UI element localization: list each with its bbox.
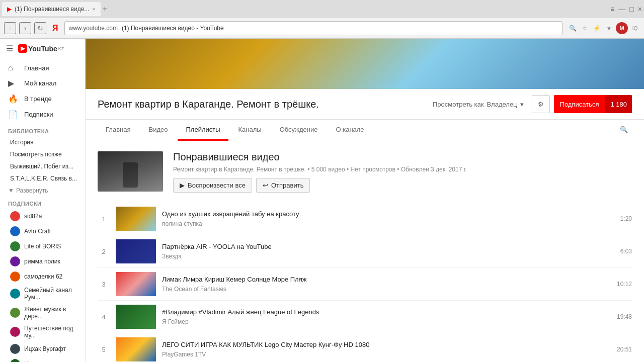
- sidebar-item-trending[interactable]: 🔥 В тренде: [0, 91, 85, 107]
- channel-info: Ремонт квартир в Караганде. Ремонт в трё…: [86, 89, 644, 120]
- hamburger-menu[interactable]: ☰: [6, 44, 13, 53]
- sub-label-sid82a: sid82a: [24, 213, 42, 220]
- sidebar-sub-nivovodets[interactable]: Нивоводец: [0, 356, 85, 362]
- channel-settings-button[interactable]: ⚙: [532, 95, 550, 113]
- view-as-label: Просмотреть как: [433, 101, 484, 108]
- video-item-1[interactable]: 1 Одно из худших извращений табу на крас…: [98, 203, 632, 235]
- sidebar-nav: ⌂ Главная ▶ Мой канал 🔥 В тренде 📄 Подпи…: [0, 58, 85, 124]
- tab-about[interactable]: О канале: [328, 120, 372, 141]
- sidebar-label-my-channel: Мой канал: [24, 79, 56, 87]
- video-number: 4: [98, 313, 110, 321]
- video-item-3[interactable]: 3 Лимак Лимра Кириш Кемер Солнце Море Пл…: [98, 268, 632, 301]
- sidebar-sub-sid82a[interactable]: sid82a: [0, 209, 85, 224]
- active-tab[interactable]: ▶ (1) Понравившиеся виде... ×: [2, 2, 101, 16]
- sidebar-item-subscriptions[interactable]: 📄 Подписки: [0, 107, 85, 122]
- video-item-4[interactable]: 4 #Владимир #Vladimir Алый жнец League o…: [98, 301, 632, 333]
- sidebar-label-subscriptions: Подписки: [24, 111, 53, 118]
- tab-video[interactable]: Видео: [140, 120, 176, 141]
- tab-home[interactable]: Главная: [98, 120, 138, 141]
- sidebar-sub-putesh[interactable]: Путешествие под му...: [0, 322, 85, 341]
- new-tab-button[interactable]: +: [103, 5, 107, 14]
- tab-bar: ▶ (1) Понравившиеся виде... × + ≡ — □ ×: [0, 0, 644, 18]
- youtube-logo[interactable]: ▶ YouTube KZ: [18, 44, 64, 53]
- video-list: 1 Одно из худших извращений табу на крас…: [98, 203, 632, 362]
- sidebar-label-home: Главная: [24, 64, 49, 72]
- sidebar-item-playlist-1[interactable]: Выживший. Побег из...: [0, 160, 85, 172]
- video-item-5[interactable]: 5 ЛЕГО СИТИ ИГРА КАК МУЛЬТИК Lego City М…: [98, 333, 632, 362]
- sidebar-sub-semeynyy[interactable]: Семейный канал Рум...: [0, 284, 85, 303]
- browser-icons: ≡ — □ ×: [610, 5, 642, 13]
- sidebar-sub-life-boris[interactable]: Life of BORIS: [0, 239, 85, 254]
- url-domain: www.youtube.com: [69, 25, 118, 32]
- play-all-label: Воспроизвести все: [188, 182, 246, 189]
- sidebar-item-watch-later[interactable]: Посмотреть позже: [0, 148, 85, 160]
- url-input[interactable]: www.youtube.com (1) Понравившиеся видео …: [64, 21, 563, 35]
- sidebar-sub-avto-craft[interactable]: Avto Craft: [0, 224, 85, 239]
- main-content: Ремонт квартир в Караганде. Ремонт в трё…: [86, 39, 644, 362]
- video-duration: 20:51: [617, 346, 632, 353]
- star-icon[interactable]: ★: [604, 23, 614, 33]
- expand-button[interactable]: ▼ Развернуть: [0, 185, 85, 197]
- sub-label-zhivet: Живет мужик в дере...: [24, 306, 77, 320]
- subscriptions-icon: 📄: [8, 110, 18, 119]
- expand-icon: ▼: [8, 187, 14, 194]
- browser-user-avatar[interactable]: M: [616, 22, 628, 34]
- play-all-icon: ▶: [180, 182, 185, 189]
- view-as-mode: Владелец: [487, 101, 517, 108]
- sidebar-item-my-channel[interactable]: ▶ Мой канал: [0, 75, 85, 91]
- play-all-button[interactable]: ▶ Воспроизвести все: [173, 178, 252, 193]
- tab-favicon: ▶: [7, 6, 12, 13]
- sidebar-item-home[interactable]: ⌂ Главная: [0, 60, 85, 75]
- view-as-selector[interactable]: Просмотреть как Владелец ▾: [433, 101, 524, 108]
- tab-discussion[interactable]: Обсуждение: [272, 120, 326, 141]
- sidebar-sub-itshak[interactable]: Ицхак Вургафт: [0, 341, 85, 356]
- sub-label-putesh: Путешествие под му...: [24, 325, 77, 339]
- tab-channels[interactable]: Каналы: [230, 120, 270, 141]
- sidebar-sub-samodelki[interactable]: самоделки 62: [0, 269, 85, 284]
- refresh-button[interactable]: ↻: [34, 22, 46, 34]
- tab-playlists[interactable]: Плейлисты: [178, 120, 228, 141]
- sub-label-semeynyy: Семейный канал Рум...: [24, 287, 77, 301]
- forward-button[interactable]: ›: [19, 22, 31, 34]
- video-duration: 19:48: [617, 313, 632, 320]
- sidebar-sub-rimma[interactable]: римма полик: [0, 254, 85, 269]
- video-title: Партнёрка AIR - YOOLA на YouTube: [162, 243, 614, 251]
- subscriber-count: 1 180: [605, 95, 632, 113]
- video-number: 3: [98, 281, 110, 288]
- search-icon[interactable]: 🔍: [568, 23, 578, 33]
- address-bar-icons: 🔍 ☆ ⚡ ★ M IQ: [568, 22, 640, 34]
- video-item-2[interactable]: 2 Партнёрка AIR - YOOLA на YouTube Звезд…: [98, 235, 632, 268]
- video-info: ЛЕГО СИТИ ИГРА КАК МУЛЬТИК Lego City Мас…: [162, 341, 611, 358]
- browser-chrome: ▶ (1) Понравившиеся виде... × + ≡ — □ × …: [0, 0, 644, 39]
- playlist-thumbnail: [98, 151, 163, 192]
- video-info: Партнёрка AIR - YOOLA на YouTube Звезда: [162, 243, 614, 260]
- settings-icon: ⚙: [538, 101, 544, 108]
- sidebar-item-history[interactable]: История: [0, 136, 85, 148]
- subscriptions-section-header: ПОДПИСКИ: [0, 197, 85, 209]
- video-thumbnail: [116, 239, 156, 263]
- video-duration: 10:12: [617, 281, 632, 288]
- extensions-icon[interactable]: ⚡: [592, 23, 602, 33]
- bookmark-icon[interactable]: ☆: [580, 23, 590, 33]
- home-icon: ⌂: [8, 63, 18, 72]
- tab-close-button[interactable]: ×: [92, 6, 95, 12]
- maximize-button[interactable]: □: [629, 5, 633, 13]
- share-button[interactable]: ↩ Отправить: [256, 178, 310, 193]
- tab-search-button[interactable]: 🔍: [616, 120, 632, 141]
- sidebar-item-playlist-2[interactable]: S.T.A.L.K.E.R. Связь в...: [0, 172, 85, 185]
- youtube-wordmark: YouTube: [28, 45, 57, 53]
- back-button[interactable]: ‹: [4, 22, 16, 34]
- close-button[interactable]: ×: [638, 5, 642, 13]
- video-title: Одно из худших извращений табу на красот…: [162, 210, 614, 219]
- view-as-dropdown-icon: ▾: [520, 101, 524, 108]
- video-info: #Владимир #Vladimir Алый жнец League of …: [162, 308, 611, 325]
- sidebar-label-trending: В тренде: [24, 95, 52, 103]
- minimize-button[interactable]: —: [618, 5, 625, 13]
- playlist-header: Понравившиеся видео Ремонт квартир в Кар…: [98, 151, 632, 193]
- tab-title: (1) Понравившиеся виде...: [15, 6, 89, 13]
- sidebar-sub-zhivet[interactable]: Живет мужик в дере...: [0, 303, 85, 322]
- browser-menu-icon[interactable]: ≡: [610, 5, 614, 13]
- iq-icon[interactable]: IQ: [630, 23, 640, 33]
- subscribe-button[interactable]: Подписаться 1 180: [554, 95, 632, 113]
- video-channel: PlayGames 1TV: [162, 351, 611, 358]
